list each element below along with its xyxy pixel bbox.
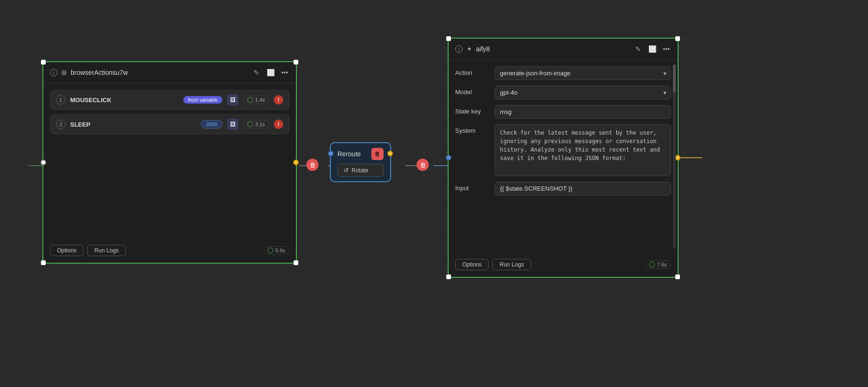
resize-handle-br bbox=[294, 260, 298, 265]
state-key-input[interactable] bbox=[495, 105, 671, 119]
total-time: 5.9s bbox=[263, 246, 289, 255]
reroute-output-port[interactable] bbox=[387, 151, 393, 156]
action-select[interactable]: generate-json-from-image bbox=[495, 66, 671, 80]
step-image-icon: 🖼 bbox=[227, 119, 238, 130]
ai-node-body: Action generate-json-from-image ▾ Model … bbox=[449, 60, 678, 202]
output-port[interactable] bbox=[293, 160, 299, 165]
action-select-wrapper: generate-json-from-image ▾ bbox=[495, 66, 671, 80]
resize-handle-bl bbox=[446, 274, 451, 279]
step-label: MOUSECLICK bbox=[70, 97, 179, 104]
warning-button[interactable]: ! bbox=[274, 95, 283, 105]
step-badge: from variable bbox=[183, 96, 223, 104]
resize-handle-br bbox=[675, 274, 680, 279]
model-select[interactable]: gpt-4o bbox=[495, 86, 671, 99]
step-label: SLEEP bbox=[70, 121, 196, 128]
step-number: 2 bbox=[56, 120, 66, 129]
edit-icon[interactable]: ✎ bbox=[633, 44, 643, 54]
rotate-icon: ↺ bbox=[344, 167, 349, 174]
copy-icon[interactable]: ⬜ bbox=[266, 68, 275, 77]
header-icons: ✎ ⬜ ••• bbox=[252, 68, 289, 77]
input-label: Input bbox=[455, 182, 488, 192]
resize-handle-tr bbox=[294, 60, 298, 64]
browser-icon: ⊞ bbox=[61, 69, 67, 76]
model-select-wrapper: gpt-4o ▾ bbox=[495, 86, 671, 99]
more-icon[interactable]: ••• bbox=[280, 68, 289, 77]
reroute-input-port[interactable] bbox=[328, 151, 334, 156]
system-field-row: System Check for the latest message sent… bbox=[455, 124, 671, 176]
node-footer: Options Run Logs 5.9s bbox=[50, 245, 289, 256]
ai-node: i ✦ aify8 ✎ ⬜ ••• Action generate-json-f… bbox=[448, 38, 679, 278]
reroute-node: Reroute 🗑 ↺ Rotate bbox=[330, 142, 391, 182]
state-key-field-row: State key bbox=[455, 105, 671, 119]
model-field-row: Model gpt-4o ▾ bbox=[455, 86, 671, 99]
system-label: System bbox=[455, 124, 488, 134]
steps-container: 1 MOUSECLICK from variable 🖼 1.4s ! 2 SL… bbox=[43, 83, 296, 134]
resize-handle-tl bbox=[41, 60, 46, 64]
clock-icon bbox=[247, 97, 253, 103]
step-badge: 2000 bbox=[201, 120, 222, 129]
node-header: i ⊞ browserActionsu7w ✎ ⬜ ••• bbox=[43, 62, 296, 83]
browser-actions-node: i ⊞ browserActionsu7w ✎ ⬜ ••• 1 MOUSECLI… bbox=[42, 61, 297, 264]
resize-handle-tr bbox=[675, 36, 680, 41]
node-title: browserActionsu7w bbox=[71, 69, 248, 76]
reroute-title: Reroute bbox=[337, 150, 361, 158]
action-field-row: Action generate-json-from-image ▾ bbox=[455, 66, 671, 80]
clock-icon bbox=[268, 248, 273, 253]
ai-node-header: i ✦ aify8 ✎ ⬜ ••• bbox=[449, 39, 678, 60]
footer-buttons: Options Run Logs bbox=[50, 245, 126, 256]
step-row: 1 MOUSECLICK from variable 🖼 1.4s ! bbox=[50, 90, 289, 110]
clock-icon bbox=[247, 121, 253, 127]
ai-total-time: 7.6s bbox=[645, 260, 671, 269]
info-icon[interactable]: i bbox=[455, 45, 463, 53]
ai-node-footer: Options Run Logs 7.6s bbox=[455, 259, 671, 270]
step-image-icon: 🖼 bbox=[227, 94, 238, 105]
step-time: 1.4s bbox=[243, 96, 269, 104]
header-icons: ✎ ⬜ ••• bbox=[633, 44, 671, 54]
model-label: Model bbox=[455, 86, 488, 96]
scrollbar-thumb[interactable] bbox=[673, 64, 676, 93]
input-field-row: Input bbox=[455, 182, 671, 195]
resize-handle-bl bbox=[41, 260, 46, 265]
warning-button[interactable]: ! bbox=[274, 120, 283, 129]
state-key-label: State key bbox=[455, 105, 488, 115]
input-port[interactable] bbox=[41, 160, 46, 165]
reroute-delete-button[interactable]: 🗑 bbox=[371, 148, 384, 160]
options-button[interactable]: Options bbox=[50, 245, 83, 256]
reroute-header: Reroute 🗑 bbox=[337, 148, 384, 160]
input-field[interactable] bbox=[495, 182, 671, 195]
step-time: 3.1s bbox=[243, 120, 269, 129]
info-icon[interactable]: i bbox=[50, 69, 57, 76]
ai-input-port[interactable] bbox=[446, 155, 451, 161]
delete-connection-button-right[interactable]: 🗑 bbox=[417, 159, 429, 171]
resize-handle-tl bbox=[446, 36, 451, 41]
ai-node-title: aify8 bbox=[476, 45, 630, 53]
rotate-button[interactable]: ↺ Rotate bbox=[337, 164, 384, 177]
edit-icon[interactable]: ✎ bbox=[252, 68, 261, 77]
action-label: Action bbox=[455, 66, 488, 76]
sparkle-icon: ✦ bbox=[467, 45, 472, 53]
footer-buttons: Options Run Logs bbox=[455, 259, 531, 270]
more-icon[interactable]: ••• bbox=[662, 44, 671, 54]
ai-run-logs-button[interactable]: Run Logs bbox=[492, 259, 531, 270]
step-number: 1 bbox=[56, 95, 66, 105]
step-row: 2 SLEEP 2000 🖼 3.1s ! bbox=[50, 114, 289, 134]
delete-connection-button-left[interactable]: 🗑 bbox=[306, 159, 319, 171]
clock-icon bbox=[649, 262, 655, 267]
ai-options-button[interactable]: Options bbox=[455, 259, 489, 270]
copy-icon[interactable]: ⬜ bbox=[647, 44, 657, 54]
scrollbar-track bbox=[673, 64, 676, 249]
run-logs-button[interactable]: Run Logs bbox=[87, 245, 125, 256]
system-textarea[interactable]: Check for the latest message sent by the… bbox=[495, 124, 671, 176]
